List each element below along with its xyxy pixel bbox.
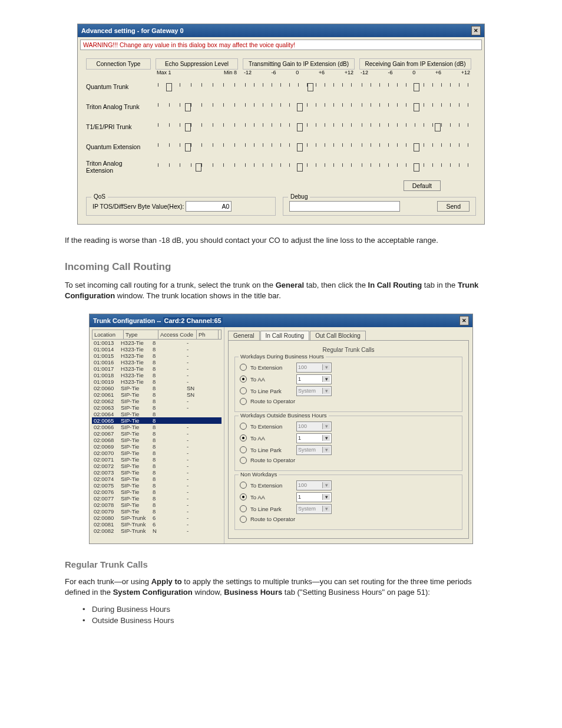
table-row[interactable]: 02:0070SIP-Tie8- <box>92 450 222 456</box>
table-row[interactable]: 02:0074SIP-Tie8- <box>92 476 222 482</box>
combo-line: System▾ <box>296 504 332 514</box>
tx-slider[interactable] <box>243 157 355 177</box>
table-row[interactable]: 02:0079SIP-Tie8- <box>92 508 222 515</box>
table-row[interactable]: 02:0075SIP-Tie8- <box>92 482 222 489</box>
debug-input[interactable] <box>289 201 400 212</box>
tab-in-call-routing[interactable]: In Call Routing <box>260 331 310 340</box>
table-row[interactable]: 02:0080SIP-Trunk6- <box>92 515 222 521</box>
table-row[interactable]: 02:0073SIP-Tie8- <box>92 469 222 476</box>
rx-slider[interactable] <box>359 157 471 177</box>
close-icon[interactable]: ✕ <box>471 26 481 35</box>
rx-slider[interactable] <box>359 77 471 97</box>
radio-line[interactable] <box>240 505 247 512</box>
table-row[interactable]: 02:0065SIP-Tie8 <box>92 417 222 424</box>
para-line-loss: If the reading is worse than -18 dB, you… <box>65 235 497 246</box>
row-label: Triton Analog Trunk <box>86 97 151 117</box>
echo-max: Min 8 <box>224 70 237 75</box>
radio-line[interactable] <box>240 387 247 394</box>
debug-legend: Debug <box>288 193 310 200</box>
tx-slider[interactable] <box>243 77 355 97</box>
rx-slider[interactable] <box>359 137 471 157</box>
table-row[interactable]: 02:0063SIP-Tie8- <box>92 404 222 411</box>
table-row[interactable]: 02:0082SIP-TrunkN- <box>92 528 222 534</box>
table-row[interactable]: 02:0060SIP-Tie8SN <box>92 385 222 391</box>
default-button[interactable]: Default <box>404 180 441 191</box>
radio-aa[interactable] <box>240 493 247 500</box>
table-row[interactable]: 01:0019H323-Tie8- <box>92 378 222 385</box>
trunk-list[interactable]: Location Type Access Code Ph 01:0013H323… <box>90 327 224 543</box>
radio-line[interactable] <box>240 446 247 453</box>
echo-slider[interactable] <box>156 157 238 177</box>
list-header: Location Type Access Code Ph <box>92 330 222 340</box>
echo-slider[interactable] <box>156 77 238 97</box>
para-regular-trunk: For each trunk—or using Apply to to appl… <box>65 577 497 598</box>
table-row[interactable]: 02:0072SIP-Tie8- <box>92 463 222 469</box>
table-row[interactable]: 01:0015H323-Tie8- <box>92 353 222 359</box>
combo-aa[interactable]: 1▾ <box>296 374 332 384</box>
table-row[interactable]: 02:0066SIP-Tie8- <box>92 424 222 430</box>
header-tx: Transmitting Gain to IP Extension (dB) <box>243 58 355 70</box>
table-row[interactable]: 02:0062SIP-Tie8- <box>92 398 222 404</box>
send-button[interactable]: Send <box>437 201 470 212</box>
tab-general[interactable]: General <box>228 331 260 340</box>
combo-ext: 100▾ <box>296 480 332 490</box>
radio-ext[interactable] <box>240 423 247 430</box>
row-label: T1/E1/PRI Trunk <box>86 117 151 137</box>
combo-line: System▾ <box>296 445 332 455</box>
header-echo: Echo Suppression Level <box>156 58 238 70</box>
radio-operator[interactable] <box>240 516 247 523</box>
combo-ext: 100▾ <box>296 363 332 373</box>
rx-slider[interactable] <box>359 117 471 137</box>
rx-slider[interactable] <box>359 97 471 117</box>
radio-ext[interactable] <box>240 482 247 489</box>
dialog-title: Advanced setting - for Gateway 0 <box>81 27 184 34</box>
para-incoming: To set incoming call routing for a trunk… <box>65 280 497 301</box>
rx-scale: -12-60+6+12 <box>359 70 471 75</box>
table-row[interactable]: 02:0071SIP-Tie8- <box>92 456 222 463</box>
heading-incoming: Incoming Call Routing <box>65 261 497 273</box>
list-item: Outside Business Hours <box>82 616 530 625</box>
tab-out-call-blocking[interactable]: Out Call Blocking <box>310 331 366 340</box>
table-row[interactable]: 02:0077SIP-Tie8- <box>92 495 222 502</box>
echo-slider[interactable] <box>156 97 238 117</box>
table-row[interactable]: 02:0076SIP-Tie8- <box>92 489 222 495</box>
qos-input[interactable] <box>186 201 232 212</box>
combo-aa[interactable]: 1▾ <box>296 433 332 443</box>
table-row[interactable]: 02:0067SIP-Tie8- <box>92 430 222 437</box>
header-conn-type: Connection Type <box>86 58 151 70</box>
row-label: Quantum Trunk <box>86 77 151 97</box>
table-row[interactable]: 01:0014H323-Tie8- <box>92 346 222 353</box>
table-row[interactable]: 01:0018H323-Tie8- <box>92 372 222 378</box>
radio-ext[interactable] <box>240 364 247 371</box>
radio-aa[interactable] <box>240 375 247 383</box>
header-rx: Receiving Gain from IP Extension (dB) <box>359 58 471 70</box>
close-icon[interactable]: ✕ <box>459 316 469 325</box>
table-row[interactable]: 02:0081SIP-Trunk6- <box>92 521 222 528</box>
tx-slider[interactable] <box>243 97 355 117</box>
row-label: Quantum Extension <box>86 137 151 157</box>
bullet-list: During Business Hours Outside Business H… <box>82 605 530 625</box>
dialog2-title: Trunk Configuration -- Card:2 Channel:65 <box>93 317 223 324</box>
tx-slider[interactable] <box>243 137 355 157</box>
table-row[interactable]: 02:0069SIP-Tie8- <box>92 443 222 450</box>
table-row[interactable]: 01:0017H323-Tie8- <box>92 365 222 372</box>
in-call-routing-panel: Regular Trunk Calls Workdays During Busi… <box>228 340 469 539</box>
qos-label: IP TOS/DiffServ Byte Value(Hex): <box>92 203 184 210</box>
radio-operator[interactable] <box>240 398 247 405</box>
table-row[interactable]: 01:0016H323-Tie8- <box>92 359 222 365</box>
tx-slider[interactable] <box>243 117 355 137</box>
radio-aa[interactable] <box>240 434 247 442</box>
table-row[interactable]: 02:0064SIP-Tie8 <box>92 411 222 417</box>
dialog-titlebar[interactable]: Advanced setting - for Gateway 0 ✕ <box>78 24 484 37</box>
radio-operator[interactable] <box>240 457 247 464</box>
qos-legend: QoS <box>91 193 108 200</box>
echo-slider[interactable] <box>156 137 238 157</box>
table-row[interactable]: 02:0068SIP-Tie8- <box>92 437 222 443</box>
trunk-config-dialog: Trunk Configuration -- Card:2 Channel:65… <box>89 314 473 544</box>
table-row[interactable]: 01:0013H323-Tie8- <box>92 340 222 346</box>
table-row[interactable]: 02:0061SIP-Tie8SN <box>92 391 222 398</box>
table-row[interactable]: 02:0078SIP-Tie8- <box>92 502 222 508</box>
dialog2-titlebar[interactable]: Trunk Configuration -- Card:2 Channel:65… <box>90 314 472 327</box>
combo-aa[interactable]: 1▾ <box>296 492 332 502</box>
echo-slider[interactable] <box>156 117 238 137</box>
